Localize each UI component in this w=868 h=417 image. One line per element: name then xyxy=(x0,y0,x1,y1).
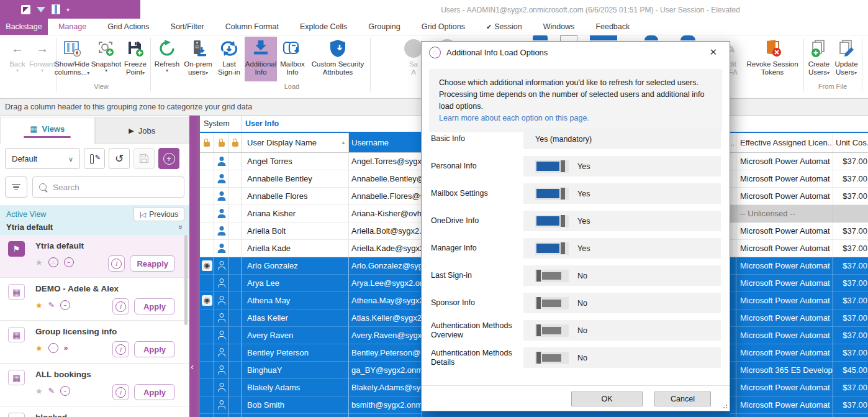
toggle-switch[interactable] xyxy=(535,297,569,309)
tab-jobs[interactable]: Jobs xyxy=(95,117,190,144)
toggle-knob[interactable] xyxy=(561,160,565,172)
forward-button[interactable]: → Forward xyxy=(30,37,55,81)
column-header-username[interactable]: Username xyxy=(349,133,422,153)
favorite-star-icon[interactable] xyxy=(35,344,43,353)
user-display-name-cell[interactable]: Blakely Adams xyxy=(242,379,349,396)
toggle-knob[interactable] xyxy=(536,352,541,364)
ribbon-tab[interactable]: Column Format xyxy=(215,19,289,35)
unit-cost-cell[interactable]: $37.00 xyxy=(833,257,868,275)
unit-cost-cell[interactable]: $37.00 xyxy=(833,344,868,362)
ribbon-tab[interactable]: Windows xyxy=(533,19,585,35)
table-row[interactable]: Microsoft Power Automat $37.00 xyxy=(200,414,868,417)
clipped-column-header[interactable]: .. xyxy=(730,133,736,153)
last-sign-in-button[interactable]: Last Sign-in xyxy=(215,37,243,81)
toggle-switch[interactable] xyxy=(535,160,569,173)
user-display-name-cell[interactable]: BinghuaY xyxy=(242,362,349,379)
toggle-switch[interactable] xyxy=(535,324,569,337)
license-cell[interactable]: Microsoft Power Automat xyxy=(736,153,833,170)
favorite-star-icon[interactable] xyxy=(35,301,43,310)
unit-cost-cell[interactable]: $37.00 xyxy=(833,153,868,170)
unit-cost-cell[interactable]: $37.00 xyxy=(833,309,868,327)
license-cell[interactable]: Microsoft Power Automat xyxy=(736,327,833,344)
username-cell[interactable]: Blakely.Adams@syg xyxy=(349,379,422,396)
back-button[interactable]: ← Back xyxy=(5,37,30,81)
ribbon-tab[interactable]: Grouping xyxy=(358,19,410,35)
toggle-knob[interactable] xyxy=(536,297,541,309)
ok-button[interactable]: OK xyxy=(571,392,643,406)
cancel-button[interactable]: Cancel xyxy=(654,392,711,406)
toggle-knob[interactable] xyxy=(536,270,541,282)
group-header-user-info[interactable]: User Info xyxy=(242,116,422,132)
user-display-name-cell[interactable]: Athena May xyxy=(242,292,349,309)
edit-columns-button[interactable] xyxy=(84,148,105,169)
unit-cost-cell[interactable]: $37.00 xyxy=(833,396,868,414)
username-cell[interactable]: Arlo.Gonzalez@syg xyxy=(349,257,422,275)
apply-view-button[interactable]: Apply xyxy=(134,298,175,314)
views-scrollbar[interactable] xyxy=(184,235,188,325)
ribbon-tab[interactable]: Explode Cells xyxy=(289,19,358,35)
quick-columns-icon[interactable] xyxy=(52,4,60,14)
user-display-name-cell[interactable]: Ariella Bolt xyxy=(242,222,349,240)
user-display-name-cell[interactable]: Bob Smith xyxy=(242,396,349,414)
view-list-item[interactable]: Group licensing info Apply xyxy=(0,321,189,364)
username-cell[interactable]: Ariella.Bolt@sygx2. xyxy=(349,222,422,240)
unit-cost-cell[interactable]: $37.00 xyxy=(833,222,868,240)
license-cell[interactable]: Microsoft 365 E5 Develop xyxy=(736,362,833,379)
view-list-item[interactable]: blocked xyxy=(0,406,189,417)
username-cell[interactable]: Ariella.Kade@sygx2 xyxy=(349,240,422,257)
user-display-name-cell[interactable]: Ariella Kade xyxy=(242,240,349,257)
unit-cost-cell[interactable]: $37.00 xyxy=(833,275,868,292)
apply-view-button[interactable]: Reapply xyxy=(130,255,175,272)
toggle-switch[interactable] xyxy=(535,242,569,255)
favorite-star-icon[interactable] xyxy=(35,258,43,267)
additional-info-button[interactable]: Additional Info xyxy=(245,37,277,81)
user-display-name-cell[interactable]: Atlas Keller xyxy=(242,309,349,327)
unit-cost-cell[interactable]: $37.00 xyxy=(833,379,868,396)
username-cell[interactable]: ga_BY@sygx2.onmi xyxy=(349,362,422,379)
username-cell[interactable]: Angel.Torres@sygx xyxy=(349,153,422,170)
toggle-knob[interactable] xyxy=(561,215,565,227)
license-cell[interactable]: Microsoft Power Automat xyxy=(736,275,833,292)
user-display-name-cell[interactable]: Arlo Gonzalez xyxy=(242,257,349,275)
learn-more-link[interactable]: Learn more about each option on this pag… xyxy=(439,114,589,122)
favorite-star-icon[interactable] xyxy=(35,387,43,396)
filter-button[interactable] xyxy=(5,176,27,198)
freeze-point-button[interactable]: Freeze Point xyxy=(122,37,149,81)
view-info-button[interactable] xyxy=(112,384,129,400)
user-display-name-cell[interactable]: Bentley Peterson xyxy=(242,344,349,362)
ribbon-tab[interactable]: Feedback xyxy=(585,19,640,35)
toggle-switch[interactable] xyxy=(535,188,569,200)
dialog-title-bar[interactable]: Additional Info Load Options xyxy=(422,42,730,63)
search-input[interactable] xyxy=(52,182,178,193)
group-header-system[interactable]: System xyxy=(200,116,242,132)
apply-view-button[interactable]: Apply xyxy=(134,384,175,400)
view-category-selector[interactable]: Default xyxy=(5,148,80,169)
qat-caret-icon[interactable]: ▾ xyxy=(66,6,70,13)
close-icon[interactable] xyxy=(705,45,721,59)
ribbon-tab[interactable]: Grid Options xyxy=(411,19,476,35)
view-list-item[interactable]: DEMO - Adele & Alex Apply xyxy=(0,278,189,321)
user-display-name-cell[interactable] xyxy=(242,414,349,417)
username-cell[interactable]: Arya.Lee@sygx2.or xyxy=(349,275,422,292)
user-display-name-cell[interactable]: Avery Raven xyxy=(242,327,349,344)
view-list-item[interactable]: Ytria default Reapply xyxy=(0,235,189,278)
create-users-button[interactable]: Create Users xyxy=(806,37,832,81)
locked-column-header[interactable] xyxy=(229,133,242,153)
unit-cost-cell[interactable]: $37.00 xyxy=(833,414,868,417)
toggle-knob[interactable] xyxy=(536,324,541,336)
view-info-button[interactable] xyxy=(112,341,129,357)
unit-cost-cell[interactable] xyxy=(833,205,868,222)
license-cell[interactable]: Microsoft Power Automat xyxy=(736,222,833,240)
unit-cost-cell[interactable]: $37.00 xyxy=(833,292,868,309)
view-list-item[interactable]: ALL bookings Apply xyxy=(0,364,189,406)
username-cell[interactable]: Annabelle.Flores@s xyxy=(349,188,422,205)
license-cell[interactable]: -- Unlicensed -- xyxy=(736,205,833,222)
license-cell[interactable]: Microsoft Power Automat xyxy=(736,188,833,205)
license-cell[interactable]: Microsoft Power Automat xyxy=(736,240,833,257)
user-display-name-cell[interactable]: Arya Lee xyxy=(242,275,349,292)
column-header-display-name[interactable]: User Display Name xyxy=(242,133,349,153)
custom-security-attributes-button[interactable]: Custom Security Attributes xyxy=(308,37,368,81)
previous-view-button[interactable]: Previous xyxy=(133,207,184,221)
resize-grip[interactable] xyxy=(720,401,728,410)
more-options-icon[interactable] xyxy=(64,344,68,352)
